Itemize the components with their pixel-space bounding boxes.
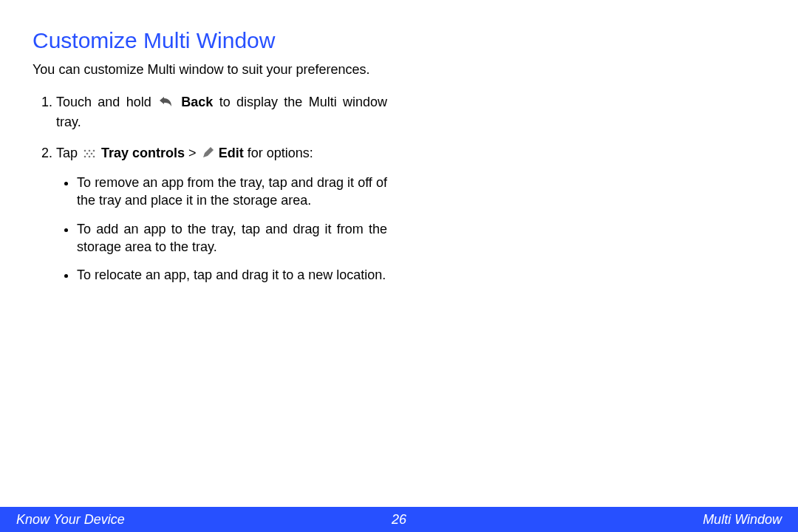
manual-page: Customize Multi Window You can customize… — [0, 0, 798, 532]
footer-section-left: Know Your Device — [16, 512, 125, 528]
svg-point-5 — [93, 156, 95, 158]
sub-item-add: To add an app to the tray, tap and drag … — [77, 220, 387, 256]
step-2: Tap Tray controls > Edit for options: To… — [56, 144, 387, 284]
step-2-pre: Tap — [56, 146, 81, 160]
step-2-post: for options: — [248, 146, 313, 160]
footer-section-right: Multi Window — [703, 512, 782, 528]
tray-controls-icon — [83, 146, 96, 163]
svg-point-0 — [84, 150, 86, 152]
step-1-pre: Touch and hold — [56, 95, 157, 109]
sub-item-relocate: To relocate an app, tap and drag it to a… — [77, 266, 387, 284]
svg-point-4 — [89, 156, 91, 158]
step-2-bold2: Edit — [219, 146, 244, 160]
step-1-bold: Back — [181, 95, 213, 109]
intro-text: You can customize Multi window to suit y… — [33, 61, 387, 78]
page-footer: Know Your Device 26 Multi Window — [0, 507, 798, 532]
svg-point-2 — [93, 150, 95, 152]
step-2-sep: > — [188, 146, 200, 160]
step-2-bold1: Tray controls — [101, 146, 185, 160]
svg-point-7 — [91, 153, 93, 155]
step-1: Touch and hold Back to display the Multi… — [56, 93, 387, 131]
steps-list: Touch and hold Back to display the Multi… — [33, 93, 387, 284]
sub-list: To remove an app from the tray, tap and … — [56, 174, 387, 284]
svg-point-3 — [84, 156, 86, 158]
page-title: Customize Multi Window — [33, 28, 765, 53]
edit-pencil-icon — [202, 146, 214, 163]
svg-point-6 — [86, 153, 89, 155]
svg-point-1 — [89, 150, 91, 152]
back-arrow-icon — [159, 95, 174, 112]
footer-page-number: 26 — [392, 512, 406, 528]
sub-item-remove: To remove an app from the tray, tap and … — [77, 174, 387, 210]
